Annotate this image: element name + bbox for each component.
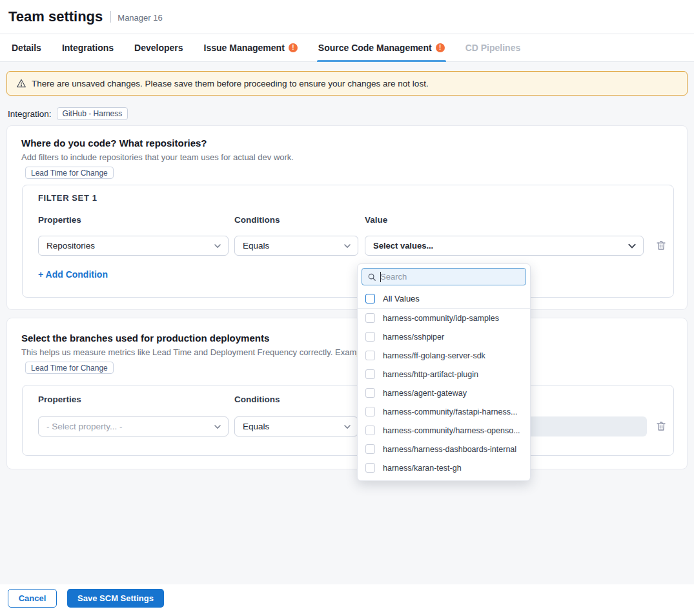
conditions-header: Conditions [234, 395, 280, 404]
value-dropdown-panel: All Values harness-community/idp-samples… [357, 263, 531, 481]
chevron-down-icon [628, 241, 637, 251]
delete-condition-button[interactable] [655, 240, 667, 251]
checkbox-icon[interactable] [365, 351, 375, 360]
warning-triangle-icon [16, 78, 26, 88]
repo-option[interactable]: harness-community/fastapi-harness... [358, 402, 530, 421]
lead-time-chip: Lead Time for Change [25, 362, 114, 374]
checkbox-icon[interactable] [365, 332, 375, 342]
checkbox-icon[interactable] [365, 444, 375, 454]
banner-text: There are unsaved changes. Please save t… [32, 79, 429, 88]
search-icon [367, 272, 376, 282]
repo-option[interactable]: harness/ff-golang-server-sdk [358, 346, 530, 365]
repo-option[interactable]: harness-community/harness-openso... [358, 421, 530, 440]
checkbox-icon[interactable] [365, 369, 375, 379]
unsaved-changes-banner: There are unsaved changes. Please save t… [6, 71, 688, 96]
section1-title: Where do you code? What repositories? [21, 138, 207, 149]
value-header: Value [365, 215, 387, 225]
search-input[interactable] [380, 272, 520, 282]
integration-label: Integration: [8, 109, 52, 119]
value-select[interactable]: Select values... [365, 236, 644, 256]
repositories-section-card: Where do you code? What repositories? Ad… [6, 125, 688, 310]
property-select[interactable]: - Select property... - [38, 416, 229, 436]
checkbox-icon[interactable] [365, 407, 375, 416]
repo-option[interactable]: harness/sshpiper [358, 327, 530, 346]
branches-section-card: Select the branches used for production … [6, 318, 688, 469]
add-condition-button[interactable]: + Add Condition [38, 269, 108, 280]
integration-chip[interactable]: GitHub - Harness [57, 107, 128, 120]
repo-option[interactable]: harness/http-artifact-plugin [358, 365, 530, 384]
text-cursor [380, 272, 381, 282]
filter-set-1-title: FILTER SET 1 [38, 193, 97, 203]
chevron-down-icon [214, 423, 221, 431]
tab-issue-management[interactable]: Issue Management ! [204, 34, 298, 62]
repo-option[interactable]: harness-community/idp-samples [358, 309, 530, 327]
integration-row: Integration: GitHub - Harness [8, 107, 128, 120]
filter-set-1-card: FILTER SET 1 Properties Conditions Value… [22, 185, 674, 298]
condition-select[interactable]: Equals [234, 416, 358, 436]
section1-subtitle: Add filters to include repositories that… [21, 152, 294, 162]
trash-icon [655, 240, 667, 251]
properties-header: Properties [38, 215, 81, 225]
dropdown-search [362, 268, 526, 285]
trash-icon [655, 420, 667, 432]
branches-filter-card: Properties Conditions - Select property.… [22, 385, 674, 456]
alert-badge-icon: ! [289, 43, 298, 52]
properties-header: Properties [38, 395, 81, 404]
team-settings-page: Team settings Manager 16 Details Integra… [0, 0, 694, 616]
footer-bar: Cancel Save SCM Settings [0, 584, 694, 616]
cancel-button[interactable]: Cancel [8, 589, 57, 608]
repo-option[interactable]: harness/agent-gateway [358, 384, 530, 402]
alert-badge-icon: ! [436, 43, 445, 52]
chevron-down-icon [214, 242, 221, 250]
checkbox-icon[interactable] [365, 388, 375, 398]
chevron-down-icon [343, 423, 351, 431]
tab-developers[interactable]: Developers [134, 34, 183, 62]
tab-source-code-management[interactable]: Source Code Management ! [318, 34, 445, 62]
repo-option[interactable]: harness/harness-dashboards-internal [358, 440, 530, 458]
checkbox-icon[interactable] [365, 294, 375, 303]
checkbox-icon[interactable] [365, 313, 375, 323]
delete-condition-button[interactable] [655, 420, 667, 432]
tab-details[interactable]: Details [12, 34, 41, 62]
chevron-down-icon [343, 242, 351, 250]
tab-bar: Details Integrations Developers Issue Ma… [0, 34, 694, 62]
conditions-header: Conditions [234, 215, 280, 225]
section2-title: Select the branches used for production … [21, 333, 269, 344]
lead-time-chip: Lead Time for Change [25, 167, 114, 179]
repo-option-clipped[interactable]: harness/… [358, 477, 530, 481]
page-header: Team settings Manager 16 [0, 0, 694, 34]
property-select[interactable]: Repositories [38, 236, 229, 256]
checkbox-icon[interactable] [365, 463, 375, 473]
condition-select[interactable]: Equals [234, 236, 358, 256]
save-scm-settings-button[interactable]: Save SCM Settings [67, 589, 164, 608]
tab-integrations[interactable]: Integrations [62, 34, 114, 62]
page-subtitle: Manager 16 [117, 11, 162, 23]
title-divider [110, 11, 111, 23]
section2-subtitle: This helps us measure metrics like Lead … [21, 347, 380, 357]
page-title: Team settings [8, 8, 103, 25]
checkbox-icon[interactable] [365, 426, 375, 435]
all-values-option[interactable]: All Values [358, 289, 530, 309]
repo-option[interactable]: harness/karan-test-gh [358, 458, 530, 477]
tab-cd-pipelines: CD Pipelines [465, 34, 521, 62]
